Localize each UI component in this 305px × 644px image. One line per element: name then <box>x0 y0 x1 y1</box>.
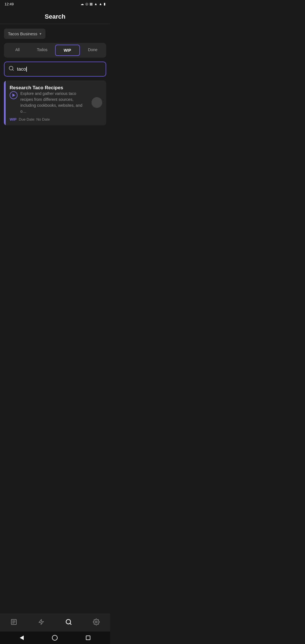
result-body: Explore and gather various taco recipes … <box>10 91 102 114</box>
tab-done[interactable]: Done <box>81 45 105 56</box>
result-content: Research Taco Recipes Explore and gather… <box>6 80 106 125</box>
calendar-icon: ▦ <box>90 2 93 6</box>
location-icon: ◎ <box>85 2 88 6</box>
wip-badge: WIP <box>10 117 17 121</box>
play-triangle <box>12 93 15 97</box>
text-cursor <box>26 67 27 72</box>
search-icon <box>8 66 14 73</box>
search-input[interactable]: taco <box>17 66 102 72</box>
battery-icon: ▮ <box>104 2 106 6</box>
workspace-label: Tacos Business <box>8 31 37 36</box>
tab-wip[interactable]: WIP <box>55 45 80 56</box>
cloud-icon: ☁ <box>80 2 84 6</box>
status-bar: 12:49 ☁ ◎ ▦ ▲ ▲ ▮ <box>0 0 110 8</box>
page-title: Search <box>5 13 106 20</box>
result-description: Explore and gather various taco recipes … <box>20 91 89 114</box>
result-title: Research Taco Recipes <box>10 85 102 91</box>
filter-tabs: All Todos WIP Done <box>4 43 106 58</box>
status-time: 12:49 <box>5 2 14 6</box>
main-content: Tacos Business ▾ All Todos WIP Done taco… <box>0 24 110 130</box>
due-date: Due Date: No Date <box>19 117 50 121</box>
status-icons: ☁ ◎ ▦ ▲ ▲ ▮ <box>80 2 106 6</box>
signal-icon: ▲ <box>99 2 102 6</box>
page-header: Search <box>0 8 110 24</box>
search-field-container[interactable]: taco <box>4 62 106 77</box>
workspace-selector[interactable]: Tacos Business ▾ <box>4 29 45 39</box>
svg-line-1 <box>12 69 14 71</box>
result-meta: WIP Due Date: No Date <box>10 117 102 121</box>
wifi-icon: ▲ <box>94 2 97 6</box>
result-card[interactable]: Research Taco Recipes Explore and gather… <box>4 80 106 125</box>
toggle-button[interactable] <box>91 97 102 108</box>
play-icon[interactable] <box>10 91 18 99</box>
tab-all[interactable]: All <box>6 45 29 56</box>
tab-todos[interactable]: Todos <box>30 45 54 56</box>
chevron-down-icon: ▾ <box>40 32 42 36</box>
